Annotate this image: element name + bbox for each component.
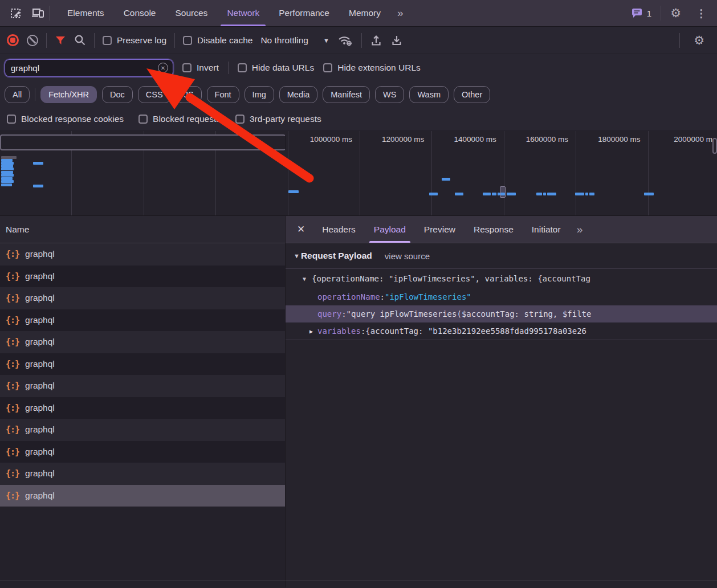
request-name: graphql	[25, 403, 55, 413]
3rd-party-requests-checkbox[interactable]: 3rd-party requests	[235, 114, 321, 124]
blocked-response-cookies-checkbox[interactable]: Blocked response cookies	[7, 114, 124, 124]
checkbox-box	[182, 63, 192, 72]
payload-row-operationname[interactable]: operationName: "ipFlowTimeseries"	[286, 288, 717, 305]
payload-row-query[interactable]: query: "query ipFlowTimeseries($accountT…	[286, 305, 717, 322]
chip-fetch-xhr[interactable]: Fetch/XHR	[40, 86, 97, 103]
chevron-down-icon: ▼	[323, 37, 329, 44]
detail-tab-response[interactable]: Response	[465, 216, 523, 243]
json-braces-icon: {:}	[6, 468, 19, 479]
detail-tab-preview[interactable]: Preview	[415, 216, 465, 243]
chip-media[interactable]: Media	[279, 86, 318, 103]
main-tabs: ElementsConsoleSourcesNetworkPerformance…	[58, 0, 390, 26]
request-name: graphql	[25, 359, 55, 369]
table-row-request[interactable]: {:}graphql	[0, 463, 285, 485]
filter-input-wrapper: ✕	[5, 59, 173, 77]
table-row-request[interactable]: {:}graphql	[0, 331, 285, 353]
table-row-request[interactable]: {:}graphql	[0, 309, 285, 332]
payload-properties: operationName: "ipFlowTimeseries"query: …	[286, 288, 717, 340]
hide-data-urls-checkbox[interactable]: Hide data URLs	[238, 63, 314, 73]
name-column-header[interactable]: Name	[0, 216, 285, 243]
blocked-requests-label: Blocked requests	[153, 114, 221, 124]
hide-extension-urls-checkbox[interactable]: Hide extension URLs	[323, 63, 421, 73]
table-row-request[interactable]: {:}graphql	[0, 243, 285, 266]
chip-font[interactable]: Font	[207, 86, 239, 103]
payload-key: variables	[317, 326, 361, 336]
detail-tabbar: ✕ HeadersPayloadPreviewResponseInitiator…	[286, 216, 717, 243]
payload-key: query	[317, 309, 341, 318]
payload-value: "query ipFlowTimeseries($accountTag: str…	[347, 309, 592, 318]
clear-network-log-button[interactable]	[27, 35, 38, 46]
table-row-request[interactable]: {:}graphql	[0, 375, 285, 397]
tab-performance[interactable]: Performance	[269, 0, 339, 26]
chip-css[interactable]: CSS	[138, 86, 171, 103]
view-source-link[interactable]: view source	[385, 251, 430, 261]
tab-network[interactable]: Network	[217, 0, 269, 26]
topbar-right: 1 ⚙ ⋮	[625, 0, 717, 26]
search-icon[interactable]	[74, 34, 86, 46]
chip-all[interactable]: All	[5, 86, 30, 103]
overview-right-handle[interactable]	[712, 138, 717, 154]
payload-object-preview[interactable]: ▼ {operationName: "ipFlowTimeseries", va…	[286, 269, 717, 288]
tab-sources[interactable]: Sources	[166, 0, 218, 26]
extra-filters-row: Blocked response cookiesBlocked requests…	[0, 107, 717, 131]
close-detail-icon[interactable]: ✕	[289, 216, 313, 243]
table-row-request[interactable]: {:}graphql	[0, 353, 285, 375]
chip-ws[interactable]: WS	[375, 86, 404, 103]
filter-funnel-icon[interactable]	[55, 35, 66, 46]
network-settings-gear-icon[interactable]: ⚙	[688, 34, 710, 47]
blocked-requests-checkbox[interactable]: Blocked requests	[138, 114, 221, 124]
divider	[174, 33, 175, 48]
overview-left-handle[interactable]	[0, 134, 286, 150]
invert-checkbox[interactable]: Invert	[182, 63, 219, 73]
chip-img[interactable]: Img	[245, 86, 274, 103]
payload-key: operationName	[317, 292, 380, 301]
record-network-log-button[interactable]	[7, 34, 19, 46]
payload-row-variables[interactable]: ▶variables: {accountTag: "b12e3b2192ee55…	[286, 322, 717, 340]
table-row-request[interactable]: {:}graphql	[0, 397, 285, 419]
expand-triangle-icon[interactable]: ▶	[309, 328, 313, 334]
checkbox-box	[183, 36, 192, 45]
table-row-request[interactable]: {:}graphql	[0, 441, 285, 463]
divider	[228, 62, 229, 74]
device-toolbar-icon[interactable]	[27, 0, 49, 26]
network-overview-timeline[interactable]: 200000 ms400000 ms600000 ms800000 ms1000…	[0, 131, 717, 216]
timeline-tick: 1000000 ms	[288, 131, 360, 215]
chip-other[interactable]: Other	[454, 86, 490, 103]
chip-js[interactable]: JS	[176, 86, 202, 103]
network-conditions-icon[interactable]	[337, 34, 353, 47]
import-har-icon[interactable]	[370, 34, 382, 47]
table-row-request[interactable]: {:}graphql	[0, 485, 285, 507]
payload-pane: ▼ Request Payload view source ▼ {operati…	[286, 243, 717, 587]
detail-tab-headers[interactable]: Headers	[313, 216, 365, 243]
tab-elements[interactable]: Elements	[58, 0, 114, 26]
tab-memory[interactable]: Memory	[339, 0, 390, 26]
blocked-response-cookies-label: Blocked response cookies	[21, 114, 124, 124]
requests-panel: Name {:}graphql{:}graphql{:}graphql{:}gr…	[0, 216, 286, 587]
settings-gear-icon[interactable]: ⚙	[665, 7, 687, 19]
divider	[286, 340, 717, 340]
table-row-request[interactable]: {:}graphql	[0, 287, 285, 309]
inspect-element-icon[interactable]	[6, 0, 27, 26]
more-detail-tabs-chevron-icon[interactable]: »	[570, 216, 590, 243]
filter-input[interactable]	[11, 63, 153, 73]
menu-dots-icon[interactable]: ⋮	[690, 7, 712, 20]
preserve-log-checkbox[interactable]: Preserve log	[103, 35, 166, 46]
detail-tab-payload[interactable]: Payload	[365, 216, 415, 243]
disable-cache-checkbox[interactable]: Disable cache	[183, 35, 252, 46]
checkbox-box	[235, 115, 245, 124]
clear-filter-icon[interactable]: ✕	[158, 63, 168, 73]
collapse-triangle-icon[interactable]: ▼	[303, 276, 306, 282]
more-tabs-chevron-icon[interactable]: »	[390, 0, 410, 26]
issues-button[interactable]: 1	[625, 7, 657, 19]
detail-tab-initiator[interactable]: Initiator	[523, 216, 570, 243]
collapse-triangle-icon[interactable]: ▼	[294, 252, 300, 259]
chip-wasm[interactable]: Wasm	[409, 86, 449, 103]
chip-manifest[interactable]: Manifest	[323, 86, 370, 103]
export-har-icon[interactable]	[390, 34, 403, 47]
tab-console[interactable]: Console	[114, 0, 166, 26]
request-name: graphql	[25, 337, 55, 347]
table-row-request[interactable]: {:}graphql	[0, 266, 285, 288]
table-row-request[interactable]: {:}graphql	[0, 419, 285, 441]
throttling-select[interactable]: No throttling ▼	[260, 35, 329, 46]
chip-doc[interactable]: Doc	[102, 86, 133, 103]
